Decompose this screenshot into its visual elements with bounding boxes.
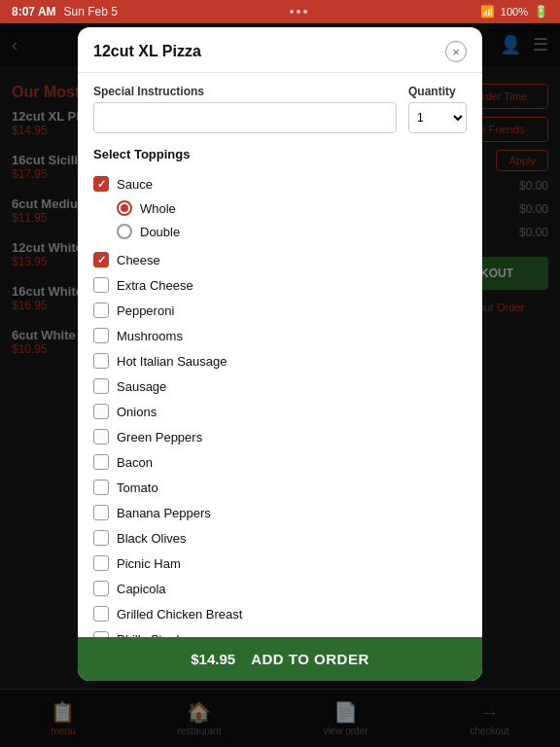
pepperoni-checkbox[interactable] bbox=[93, 302, 109, 318]
sauce-label: Sauce bbox=[117, 177, 153, 192]
picnic-ham-checkbox[interactable] bbox=[93, 555, 109, 571]
grilled-chicken-breast-label: Grilled Chicken Breast bbox=[117, 607, 242, 622]
quantity-column: Quantity 1 2 3 4 5 bbox=[408, 85, 467, 133]
topping-row-green-peppers[interactable]: Green Peppers bbox=[93, 424, 467, 449]
sausage-label: Sausage bbox=[117, 379, 166, 394]
capicola-label: Capicola bbox=[117, 582, 166, 596]
status-time: 8:07 AM bbox=[12, 5, 56, 18]
modal-close-button[interactable]: × bbox=[445, 41, 467, 62]
instructions-input[interactable] bbox=[93, 102, 397, 133]
capicola-checkbox[interactable] bbox=[93, 581, 109, 596]
status-date: Sun Feb 5 bbox=[64, 5, 118, 18]
battery-text: 100% bbox=[501, 6, 528, 18]
picnic-ham-label: Picnic Ham bbox=[117, 556, 181, 571]
battery-icon: 🔋 bbox=[534, 5, 548, 18]
green-peppers-checkbox[interactable] bbox=[93, 429, 109, 445]
instructions-quantity-row: Special Instructions Quantity 1 2 3 4 5 bbox=[93, 85, 467, 133]
topping-row-capicola[interactable]: Capicola bbox=[93, 576, 467, 601]
modal-body[interactable]: Special Instructions Quantity 1 2 3 4 5 … bbox=[78, 73, 482, 637]
footer-price: $14.95 bbox=[191, 651, 235, 667]
topping-row-bacon[interactable]: Bacon bbox=[93, 449, 467, 475]
banana-peppers-label: Banana Peppers bbox=[117, 506, 211, 520]
topping-row-pepperoni[interactable]: Pepperoni bbox=[93, 298, 467, 323]
status-bar: 8:07 AM Sun Feb 5 📶 100% 🔋 bbox=[0, 0, 560, 23]
topping-sauce: Sauce Whole Double bbox=[93, 171, 467, 243]
toppings-section-title: Select Toppings bbox=[93, 147, 467, 161]
topping-row-cheese[interactable]: Cheese bbox=[93, 247, 467, 272]
quantity-label: Quantity bbox=[408, 85, 467, 98]
cheese-label: Cheese bbox=[117, 253, 160, 267]
topping-row-philly-steak[interactable]: Philly Steak bbox=[93, 626, 467, 637]
cheese-checkbox[interactable] bbox=[93, 252, 109, 267]
tomato-label: Tomato bbox=[117, 480, 158, 495]
banana-peppers-checkbox[interactable] bbox=[93, 505, 109, 520]
topping-row-onions[interactable]: Onions bbox=[93, 399, 467, 424]
whole-label: Whole bbox=[140, 201, 176, 216]
suboption-double-row[interactable]: Double bbox=[93, 220, 467, 243]
topping-row-extra-cheese[interactable]: Extra Cheese bbox=[93, 272, 467, 298]
quantity-select[interactable]: 1 2 3 4 5 bbox=[408, 102, 467, 133]
suboption-whole-row[interactable]: Whole bbox=[93, 196, 467, 220]
topping-row-tomato[interactable]: Tomato bbox=[93, 475, 467, 500]
whole-radio[interactable] bbox=[117, 200, 132, 216]
extra-cheese-label: Extra Cheese bbox=[117, 278, 193, 293]
modal-header: 12cut XL Pizza × bbox=[78, 27, 482, 73]
hot-italian-sausage-label: Hot Italian Sausage bbox=[117, 354, 227, 369]
bacon-label: Bacon bbox=[117, 455, 153, 470]
topping-row-mushrooms[interactable]: Mushrooms bbox=[93, 323, 467, 348]
green-peppers-label: Green Peppers bbox=[117, 430, 202, 445]
double-label: Double bbox=[140, 225, 180, 239]
modal-footer[interactable]: $14.95 ADD TO ORDER bbox=[78, 637, 482, 681]
mushrooms-checkbox[interactable] bbox=[93, 328, 109, 343]
bacon-checkbox[interactable] bbox=[93, 454, 109, 470]
pizza-modal: 12cut XL Pizza × Special Instructions Qu… bbox=[78, 27, 482, 681]
sausage-checkbox[interactable] bbox=[93, 378, 109, 394]
pepperoni-label: Pepperoni bbox=[117, 303, 174, 318]
mushrooms-label: Mushrooms bbox=[117, 329, 183, 343]
topping-row-sauce[interactable]: Sauce bbox=[93, 171, 467, 196]
topping-row-hot-italian-sausage[interactable]: Hot Italian Sausage bbox=[93, 348, 467, 374]
modal-title: 12cut XL Pizza bbox=[93, 43, 201, 60]
topping-row-banana-peppers[interactable]: Banana Peppers bbox=[93, 500, 467, 525]
sauce-checkbox[interactable] bbox=[93, 176, 109, 192]
tomato-checkbox[interactable] bbox=[93, 480, 109, 495]
grilled-chicken-breast-checkbox[interactable] bbox=[93, 606, 109, 622]
topping-row-picnic-ham[interactable]: Picnic Ham bbox=[93, 551, 467, 576]
extra-cheese-checkbox[interactable] bbox=[93, 277, 109, 293]
onions-checkbox[interactable] bbox=[93, 404, 109, 419]
topping-row-sausage[interactable]: Sausage bbox=[93, 374, 467, 399]
black-olives-label: Black Olives bbox=[117, 531, 187, 546]
wifi-icon: 📶 bbox=[480, 5, 495, 18]
black-olives-checkbox[interactable] bbox=[93, 530, 109, 546]
hot-italian-sausage-checkbox[interactable] bbox=[93, 353, 109, 369]
add-to-order-button[interactable]: ADD TO ORDER bbox=[251, 651, 369, 667]
status-right: 📶 100% 🔋 bbox=[480, 5, 548, 18]
instructions-column: Special Instructions bbox=[93, 85, 397, 133]
status-center-dots bbox=[290, 10, 307, 14]
close-icon: × bbox=[452, 45, 460, 59]
double-radio[interactable] bbox=[117, 224, 132, 239]
onions-label: Onions bbox=[117, 405, 157, 419]
topping-row-grilled-chicken-breast[interactable]: Grilled Chicken Breast bbox=[93, 601, 467, 626]
topping-row-black-olives[interactable]: Black Olives bbox=[93, 525, 467, 551]
instructions-label: Special Instructions bbox=[93, 85, 397, 98]
